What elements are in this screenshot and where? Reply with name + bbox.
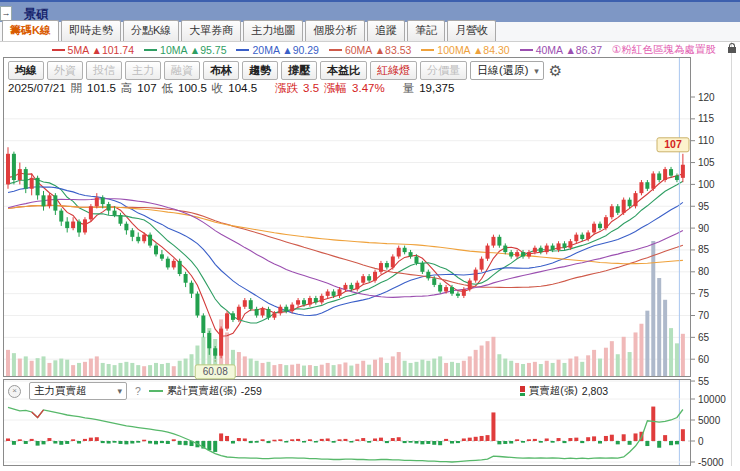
lower-panel-header: × 主力買賣超 ▾ ? 累計買賣超(張) -259 買賣超(張) 2,803 — [8, 382, 608, 400]
toolbar-button[interactable]: 本益比 — [320, 61, 367, 80]
tab[interactable]: 籌碼K線 — [2, 20, 59, 41]
svg-text:90: 90 — [698, 223, 710, 234]
lower-indicator-value: 主力買賣超 — [34, 384, 87, 398]
back-button[interactable]: → — [0, 6, 12, 21]
svg-text:75: 75 — [698, 288, 710, 299]
low-label: 低 — [162, 81, 174, 96]
high-label: 高 — [121, 81, 133, 96]
ma-legend-item: 10MA ▲95.75 — [144, 44, 226, 56]
period-select-value: 日線(還原) — [477, 63, 528, 78]
cumulative-legend-value: -259 — [241, 385, 262, 397]
ma-legend-item: 20MA ▲90.29 — [236, 44, 318, 56]
pink-block-note: ①粉紅色區塊為處置股 — [612, 43, 716, 57]
svg-text:70: 70 — [698, 310, 710, 321]
netbuy-legend-label: 買賣超(張) — [529, 384, 578, 398]
tab[interactable]: 即時走勢 — [61, 20, 121, 41]
ma-line-swatch-icon — [52, 49, 65, 51]
cumulative-legend: 累計買賣超(張) -259 — [149, 384, 262, 398]
close-value: 104.5 — [228, 82, 257, 94]
svg-text:100: 100 — [698, 179, 715, 190]
volume-label: 量 — [403, 81, 415, 96]
toolbar-button[interactable]: 主力 — [125, 61, 161, 80]
ma-line-swatch-icon — [520, 49, 533, 51]
ma-line-swatch-icon — [144, 49, 157, 51]
cumulative-legend-label: 累計買賣超(張) — [167, 384, 237, 398]
svg-text:10000: 10000 — [698, 394, 726, 405]
netbuy-legend: 買賣超(張) 2,803 — [520, 384, 608, 398]
svg-text:95: 95 — [698, 201, 710, 212]
tab[interactable]: 月營收 — [447, 20, 496, 41]
tab[interactable]: 筆記 — [407, 20, 445, 41]
svg-text:105: 105 — [698, 157, 715, 168]
toolbar-button[interactable]: 分價量 — [420, 61, 467, 80]
ma-legend-text: 10MA ▲95.75 — [160, 44, 226, 56]
ma-line-swatch-icon — [329, 49, 342, 51]
help-icon[interactable]: ? — [135, 385, 141, 397]
svg-text:5000: 5000 — [698, 415, 721, 426]
period-select[interactable]: 日線(還原)▾ — [470, 61, 544, 80]
toolbar-button[interactable]: 融資 — [164, 61, 200, 80]
ma-legend-item: 100MA ▲84.30 — [421, 44, 509, 56]
ma-legend-text: 5MA ▲101.74 — [68, 44, 134, 56]
svg-text:115: 115 — [698, 113, 714, 124]
ma-legend-text: 60MA ▲83.53 — [345, 44, 411, 56]
right-divider — [731, 42, 732, 466]
svg-text:85: 85 — [698, 244, 710, 255]
toolbar-button[interactable]: 紅綠燈 — [370, 61, 417, 80]
change-pct-label: 漲幅 — [324, 81, 347, 96]
svg-text:65: 65 — [698, 332, 710, 343]
tab[interactable]: 主力地圖 — [243, 20, 303, 41]
toolbar-button[interactable]: 撐壓 — [281, 61, 317, 80]
ma-legend-text: 20MA ▲90.29 — [252, 44, 318, 56]
lock-icon[interactable] — [728, 47, 736, 53]
change-value: 3.5 — [303, 82, 319, 94]
bar-swatch-icon — [520, 386, 525, 396]
svg-text:-5000: -5000 — [698, 457, 724, 468]
low-value: 100.5 — [178, 82, 207, 94]
open-value: 101.5 — [87, 82, 116, 94]
svg-text:0: 0 — [698, 436, 704, 447]
quote-row: 2025/07/21 開 101.5 高 107 低 100.5 收 104.5… — [8, 81, 454, 96]
quote-date: 2025/07/21 — [8, 82, 66, 94]
open-label: 開 — [71, 81, 83, 96]
change-pct-value: 3.47% — [352, 82, 385, 94]
line-swatch-icon — [149, 390, 163, 392]
tab[interactable]: 大單券商 — [181, 20, 241, 41]
svg-text:120: 120 — [698, 92, 715, 103]
svg-text:55: 55 — [698, 376, 710, 387]
lower-indicator-select[interactable]: 主力買賣超 ▾ — [29, 382, 127, 400]
main-chart-frame[interactable] — [3, 57, 691, 377]
svg-text:80: 80 — [698, 266, 710, 277]
ma-line-swatch-icon — [236, 49, 249, 51]
title-bar: → 景碩 — [0, 0, 740, 22]
indicator-toolbar: 均線外資投信主力融資布林趨勢撐壓本益比紅綠燈分價量日線(還原)▾⚙ — [8, 61, 562, 80]
chevron-down-icon: ▾ — [117, 386, 122, 396]
ma-legend-item: 60MA ▲83.53 — [329, 44, 411, 56]
ma-legend-text: 100MA ▲84.30 — [437, 44, 509, 56]
ma-legend-item: 5MA ▲101.74 — [52, 44, 134, 56]
back-arrow-icon: → — [2, 8, 11, 18]
high-value: 107 — [137, 82, 156, 94]
toolbar-button[interactable]: 均線 — [8, 61, 44, 80]
ma-legend-text: 40MA ▲86.37 — [536, 44, 602, 56]
ma-line-swatch-icon — [421, 49, 434, 51]
ma-legend-item: 40MA ▲86.37 — [520, 44, 602, 56]
change-label: 漲跌 — [275, 81, 298, 96]
tab-bar: 籌碼K線即時走勢分點K線大單券商主力地圖個股分析追蹤筆記月營收 — [0, 22, 740, 42]
ma-legend: 5MA ▲101.7410MA ▲95.7520MA ▲90.2960MA ▲8… — [0, 42, 740, 57]
close-label: 收 — [212, 81, 224, 96]
tab[interactable]: 追蹤 — [367, 20, 405, 41]
toolbar-button[interactable]: 投信 — [86, 61, 122, 80]
tab[interactable]: 個股分析 — [305, 20, 365, 41]
gear-icon[interactable]: ⚙ — [549, 63, 562, 78]
netbuy-legend-value: 2,803 — [582, 385, 608, 397]
svg-text:60: 60 — [698, 354, 710, 365]
toolbar-button[interactable]: 趨勢 — [242, 61, 278, 80]
toolbar-button[interactable]: 外資 — [47, 61, 83, 80]
toolbar-button[interactable]: 布林 — [203, 61, 239, 80]
volume-value: 19,375 — [419, 82, 454, 94]
svg-text:110: 110 — [698, 135, 714, 146]
tab[interactable]: 分點K線 — [123, 20, 179, 41]
remove-indicator-icon[interactable]: × — [8, 385, 21, 398]
chevron-down-icon: ▾ — [534, 66, 539, 76]
